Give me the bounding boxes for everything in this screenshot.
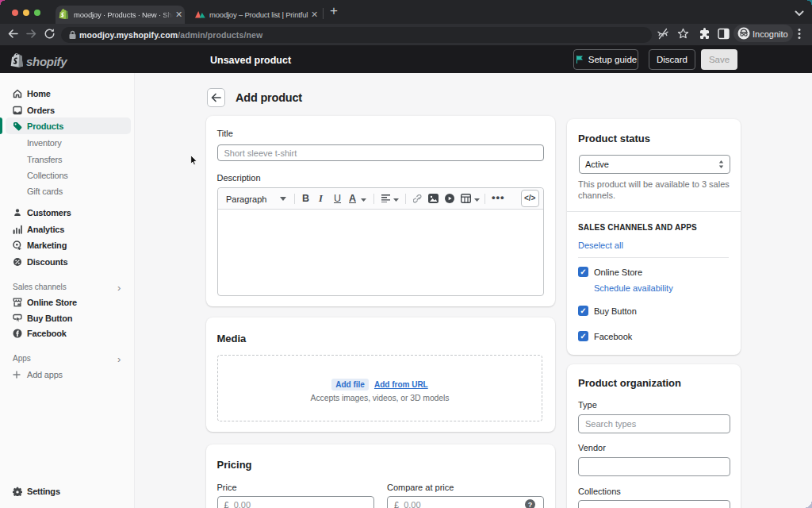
svg-text:?: ?: [528, 501, 533, 508]
